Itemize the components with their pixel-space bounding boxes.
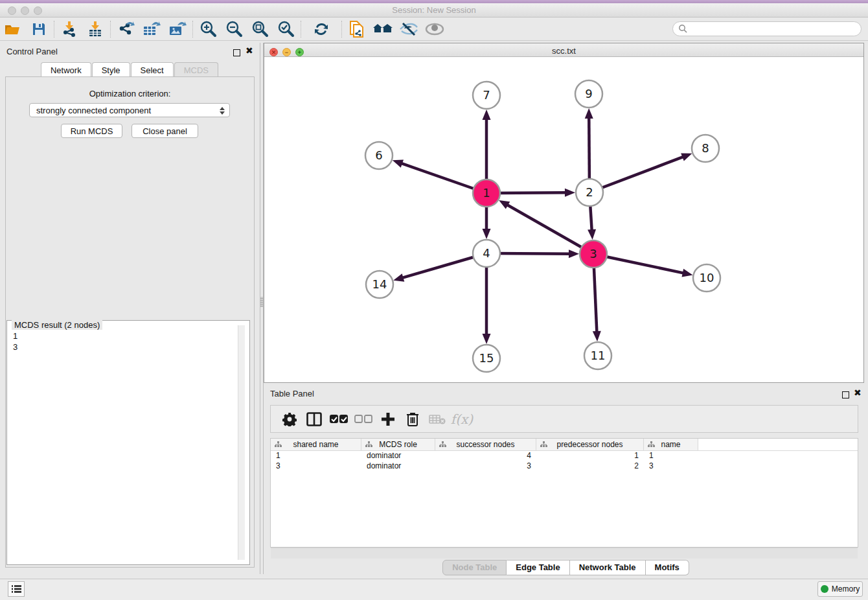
table-cell[interactable]: 1 [536,451,644,461]
table-rows: 1dominator4113dominator323 [271,451,858,472]
tab-select[interactable]: Select [131,62,174,78]
close-panel-icon[interactable]: ✖ [246,47,253,54]
hierarchy-icon [648,441,655,448]
arrowhead-icon [681,269,692,277]
gear-icon[interactable] [277,408,302,430]
column-header-name[interactable]: name [644,439,698,450]
run-mcds-button[interactable]: Run MCDS [61,124,122,138]
zoom-fit-icon[interactable] [247,19,273,39]
table-cell[interactable]: 1 [271,451,361,461]
hierarchy-icon [439,441,446,448]
arrowhead-icon [569,249,579,258]
mcds-result-text[interactable]: 1 3 [13,330,17,352]
table-cell[interactable]: 4 [435,451,536,461]
save-icon[interactable] [26,19,52,39]
node-label-9: 9 [585,87,592,100]
node-label-8: 8 [702,141,709,155]
memory-button[interactable]: Memory [817,581,863,597]
tab-node-table[interactable]: Node Table [442,560,507,575]
network-view-window: ✕−+ scc.txt 7968124314101511 [264,43,864,383]
table-cell[interactable]: 2 [536,461,644,472]
table-cell[interactable]: dominator [361,461,435,472]
table-tabs: Node TableEdge TableNetwork TableMotifs [264,560,868,575]
column-header-predecessor-nodes[interactable]: predecessor nodes [536,439,644,450]
home-network-icon[interactable] [370,19,396,39]
edge-3-1[interactable] [507,205,593,254]
optimization-criterion-select[interactable]: strongly connected component [29,103,230,117]
table-cell[interactable]: 3 [644,461,698,472]
select-all-icon[interactable] [326,408,351,430]
table-cell[interactable]: dominator [361,451,435,461]
splitter-handle[interactable] [260,297,263,307]
column-header-successor-nodes[interactable]: successor nodes [435,439,536,450]
arrowhead-icon [565,189,575,197]
mcds-result-scrollbar[interactable] [238,325,245,560]
delete-column-icon[interactable] [400,408,425,430]
node-label-14: 14 [372,277,387,291]
close-panel-button[interactable]: Close panel [131,124,198,138]
tab-network[interactable]: Network [41,62,91,78]
node-label-6: 6 [375,148,382,162]
edge-2-8[interactable] [589,157,683,192]
hierarchy-icon [365,441,372,448]
add-column-icon[interactable] [376,408,400,430]
zoom-out-icon[interactable] [221,19,247,39]
table-row[interactable]: 1dominator411 [271,451,858,461]
toolbar-separator [301,21,301,38]
search-input[interactable] [672,21,862,36]
task-history-button[interactable] [8,581,25,597]
control-panel-tabs: NetworkStyleSelectMCDS [0,62,260,78]
delete-table-icon [425,408,450,430]
deselect-all-icon[interactable] [351,408,376,430]
zoom-selected-icon[interactable] [273,19,299,39]
control-panel-title: Control Panel [6,47,58,56]
node-label-1: 1 [483,186,490,200]
function-builder-icon: f(x) [450,408,474,430]
tab-motifs[interactable]: Motifs [646,560,689,575]
tab-mcds[interactable]: MCDS [174,62,218,78]
zoom-in-icon[interactable] [195,19,221,39]
arrowhead-icon [483,334,491,344]
hide-graphics-icon[interactable] [396,19,422,39]
toolbar-separator [110,21,111,38]
network-file-icon[interactable] [344,19,370,39]
table-cell[interactable]: 1 [644,451,698,461]
tab-style[interactable]: Style [92,62,130,78]
list-icon [11,584,21,594]
node-table[interactable]: shared nameMCDS rolesuccessor nodesprede… [270,438,858,548]
network-canvas[interactable]: 7968124314101511 [264,57,863,382]
hierarchy-icon [275,441,282,448]
node-label-3: 3 [589,247,597,260]
float-panel-icon[interactable] [233,47,240,59]
float-table-panel-icon[interactable] [842,389,849,401]
show-graphics-icon[interactable] [422,19,448,39]
import-table-icon[interactable] [82,19,108,39]
toolbar-separator [192,21,193,38]
node-label-15: 15 [479,351,494,365]
column-view-icon[interactable] [302,408,326,430]
export-image-icon[interactable] [165,19,190,39]
table-row[interactable]: 3dominator323 [271,461,858,472]
export-table-icon[interactable] [139,19,165,39]
status-bar [0,579,868,600]
node-label-7: 7 [483,88,490,102]
app-title: Session: New Session [0,5,868,15]
table-cell[interactable]: 3 [435,461,536,472]
tab-network-table[interactable]: Network Table [570,560,646,575]
optimization-criterion-value: strongly connected component [36,106,151,115]
column-header-MCDS-role[interactable]: MCDS role [361,439,435,450]
export-network-icon[interactable] [113,19,139,39]
tab-edge-table[interactable]: Edge Table [507,560,569,575]
arrowhead-icon [393,159,404,167]
column-header-shared-name[interactable]: shared name [271,439,361,450]
table-horizontal-scrollbar[interactable] [271,548,858,559]
memory-status-icon [821,585,828,593]
import-network-icon[interactable] [56,19,82,39]
hierarchy-icon [540,441,547,448]
open-folder-icon[interactable] [0,19,26,39]
node-label-2: 2 [586,185,593,199]
table-cell[interactable]: 3 [271,461,361,472]
arrowhead-icon [588,229,596,240]
refresh-icon[interactable] [308,19,334,39]
close-table-panel-icon[interactable]: ✖ [854,389,862,397]
